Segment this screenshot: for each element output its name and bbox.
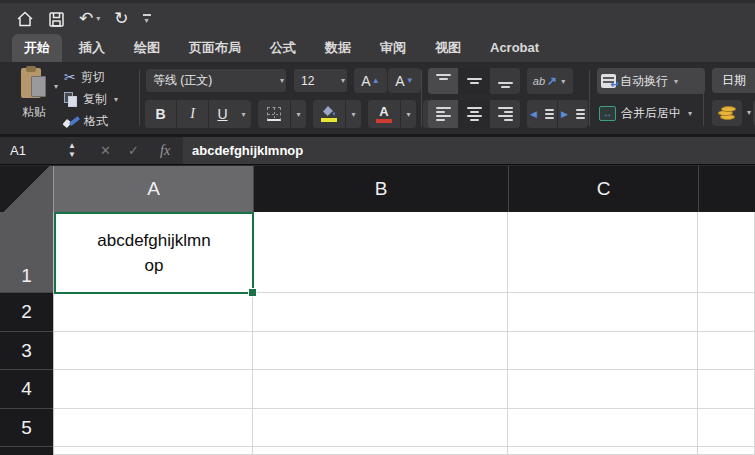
- cell[interactable]: [253, 332, 508, 370]
- save-icon[interactable]: [48, 11, 65, 28]
- number-format-combo[interactable]: 日期: [712, 68, 755, 93]
- redo-icon[interactable]: ↻: [114, 8, 128, 30]
- tab-home[interactable]: 开始: [12, 34, 62, 62]
- cell[interactable]: [253, 293, 508, 332]
- undo-button[interactable]: ↶ ▾: [79, 8, 100, 30]
- increase-indent-button[interactable]: ▶: [558, 100, 588, 128]
- align-right-button[interactable]: [490, 100, 520, 128]
- bold-button[interactable]: B: [145, 100, 176, 128]
- name-box-spinner-icon[interactable]: ▲▼: [68, 141, 76, 159]
- column-header-c[interactable]: C: [508, 166, 698, 212]
- column-header-a[interactable]: A: [54, 166, 253, 212]
- row-header-4[interactable]: 4: [0, 370, 53, 409]
- borders-icon: [267, 107, 281, 121]
- orientation-button[interactable]: ab ↗▾: [527, 68, 573, 94]
- font-size-combo[interactable]: 12 ▾: [293, 68, 348, 93]
- cell[interactable]: [698, 332, 755, 370]
- cell[interactable]: [253, 409, 508, 447]
- enter-icon[interactable]: ✓: [128, 137, 139, 164]
- underline-caret-icon[interactable]: ▾: [236, 100, 251, 128]
- copy-caret-icon[interactable]: ▾: [112, 95, 120, 104]
- cell[interactable]: [54, 409, 253, 447]
- wrap-text-label: 自动换行: [620, 73, 668, 90]
- paste-caret-icon[interactable]: ▾: [52, 82, 60, 91]
- align-center-button[interactable]: [459, 100, 489, 128]
- cell[interactable]: [698, 293, 755, 332]
- align-left-button[interactable]: [428, 100, 458, 128]
- tab-review[interactable]: 审阅: [368, 34, 418, 62]
- copy-button[interactable]: 复制 ▾: [64, 90, 136, 108]
- tab-page-layout[interactable]: 页面布局: [177, 34, 253, 62]
- row-header-3[interactable]: 3: [0, 332, 53, 370]
- horizontal-align-row: ◀ ▶: [428, 100, 588, 128]
- format-painter-icon: [64, 114, 79, 128]
- cell[interactable]: [508, 212, 698, 293]
- cell[interactable]: [698, 409, 755, 447]
- cell[interactable]: [508, 332, 698, 370]
- tab-draw[interactable]: 绘图: [122, 34, 172, 62]
- font-color-button[interactable]: A: [368, 100, 400, 128]
- cell[interactable]: [698, 212, 755, 293]
- cell[interactable]: [508, 409, 698, 447]
- tab-insert[interactable]: 插入: [67, 34, 117, 62]
- cancel-icon[interactable]: ✕: [100, 137, 111, 164]
- paste-button[interactable]: ▾ 粘贴: [8, 66, 60, 130]
- borders-button[interactable]: [258, 100, 290, 128]
- align-middle-button[interactable]: [459, 68, 489, 94]
- row-header-1[interactable]: 1: [0, 212, 53, 293]
- clipboard-group: ✂ 剪切 复制 ▾ 格式: [64, 68, 136, 130]
- decrease-indent-button[interactable]: ◀: [527, 100, 557, 128]
- increase-font-button[interactable]: A▲: [354, 68, 387, 93]
- merge-center-button[interactable]: ↔ 合并后居中 ▾: [597, 100, 709, 126]
- tab-data[interactable]: 数据: [313, 34, 363, 62]
- cell[interactable]: [54, 293, 253, 332]
- increase-font-icon: A: [361, 73, 370, 89]
- font-name-combo[interactable]: 等线 (正文) ▾: [145, 68, 287, 93]
- align-top-button[interactable]: [428, 68, 458, 94]
- paste-clipboard-icon: [21, 66, 47, 100]
- cell[interactable]: [508, 447, 698, 455]
- cell[interactable]: [253, 370, 508, 409]
- row-header-2[interactable]: 2: [0, 293, 53, 332]
- cell[interactable]: [54, 447, 253, 455]
- ribbon-separator: [589, 70, 590, 126]
- row-header-column: 1 2 3 4 5: [0, 212, 54, 455]
- decrease-font-button[interactable]: A▼: [388, 68, 421, 93]
- cell[interactable]: [508, 293, 698, 332]
- wrap-text-button[interactable]: ↩ 自动换行 ▾: [597, 68, 705, 94]
- cell[interactable]: [698, 370, 755, 409]
- name-box[interactable]: A1: [10, 137, 26, 164]
- tab-formulas[interactable]: 公式: [258, 34, 308, 62]
- ribbon: ▾ 粘贴 ✂ 剪切 复制 ▾ 格式 等线 (正文) ▾ 12 ▾ A▲ A▼: [0, 62, 755, 136]
- font-color-caret-icon[interactable]: ▾: [401, 100, 416, 128]
- formula-input[interactable]: abcdefghijklmnop: [183, 137, 755, 164]
- cut-label: 剪切: [81, 69, 105, 86]
- cell[interactable]: [698, 447, 755, 455]
- font-format-row: B I U ▾ ▾ ▾ A: [145, 100, 471, 128]
- select-all-button[interactable]: [0, 166, 54, 212]
- fill-handle[interactable]: [248, 288, 257, 297]
- fill-color-button[interactable]: [313, 100, 345, 128]
- italic-button[interactable]: I: [177, 100, 208, 128]
- borders-caret-icon[interactable]: ▾: [291, 100, 306, 128]
- insert-function-icon[interactable]: fx: [160, 137, 170, 164]
- column-header-d[interactable]: [698, 166, 755, 212]
- accounting-caret-icon[interactable]: ▾: [745, 108, 753, 117]
- fill-color-caret-icon[interactable]: ▾: [346, 100, 361, 128]
- cut-button[interactable]: ✂ 剪切: [64, 68, 136, 86]
- cell[interactable]: [253, 447, 508, 455]
- cell[interactable]: [54, 370, 253, 409]
- cell[interactable]: [253, 212, 508, 293]
- row-header-5[interactable]: 5: [0, 409, 53, 447]
- accounting-format-button[interactable]: [712, 100, 742, 126]
- align-bottom-button[interactable]: [490, 68, 520, 94]
- underline-button[interactable]: U: [209, 100, 236, 128]
- cell[interactable]: [508, 370, 698, 409]
- tab-acrobat[interactable]: Acrobat: [478, 34, 551, 62]
- column-header-b[interactable]: B: [253, 166, 508, 212]
- format-painter-button[interactable]: 格式: [64, 112, 136, 130]
- tab-view[interactable]: 视图: [423, 34, 473, 62]
- customize-toolbar-icon[interactable]: ▾: [143, 14, 151, 25]
- home-icon[interactable]: [16, 10, 34, 28]
- cell[interactable]: [54, 332, 253, 370]
